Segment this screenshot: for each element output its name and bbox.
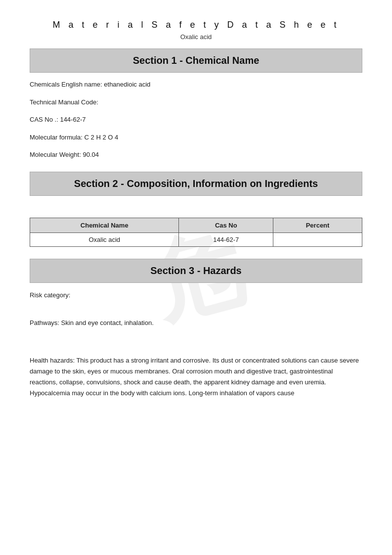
section1-block: Section 1 - Chemical Name Chemicals Engl…	[30, 48, 362, 160]
content: M a t e r i a l S a f e t y D a t a S h …	[30, 20, 362, 399]
section2-header: Section 2 - Composition, Information on …	[30, 172, 362, 196]
col-cas-no: Cas No	[179, 218, 273, 232]
spacer4	[30, 345, 362, 355]
spacer3	[30, 335, 362, 345]
ingredients-table: Chemical Name Cas No Percent Oxalic acid…	[30, 218, 362, 247]
spacer1	[30, 203, 362, 213]
table-row: Oxalic acid 144-62-7	[30, 232, 362, 246]
section3-header: Section 3 - Hazards	[30, 259, 362, 283]
field-technical-manual: Technical Manual Code:	[30, 97, 362, 107]
section1-header: Section 1 - Chemical Name	[30, 48, 362, 73]
pathways: Pathways: Skin and eye contact, inhalati…	[30, 318, 362, 328]
spacer2	[30, 308, 362, 318]
col-chemical-name: Chemical Name	[30, 218, 179, 232]
section2-block: Section 2 - Composition, Information on …	[30, 172, 362, 247]
risk-category: Risk category:	[30, 290, 362, 301]
field-cas-no: CAS No .: 144-62-7	[30, 115, 362, 125]
main-title: M a t e r i a l S a f e t y D a t a S h …	[30, 20, 362, 30]
col-percent: Percent	[273, 218, 362, 232]
health-hazards: Health hazards: This product has a stron…	[30, 355, 362, 399]
section3-block: Section 3 - Hazards Risk category: Pathw…	[30, 259, 362, 399]
cell-percent	[273, 232, 362, 246]
cell-cas-no: 144-62-7	[179, 232, 273, 246]
cell-chemical-name: Oxalic acid	[30, 232, 179, 246]
page: 危 M a t e r i a l S a f e t y D a t a S …	[0, 0, 392, 555]
field-molecular-weight: Molecular Weight: 90.04	[30, 150, 362, 160]
field-molecular-formula: Molecular formula: C 2 H 2 O 4	[30, 133, 362, 142]
table-header-row: Chemical Name Cas No Percent	[30, 218, 362, 232]
field-english-name: Chemicals English name: ethanedioic acid	[30, 80, 362, 90]
sub-title: Oxalic acid	[30, 33, 362, 41]
